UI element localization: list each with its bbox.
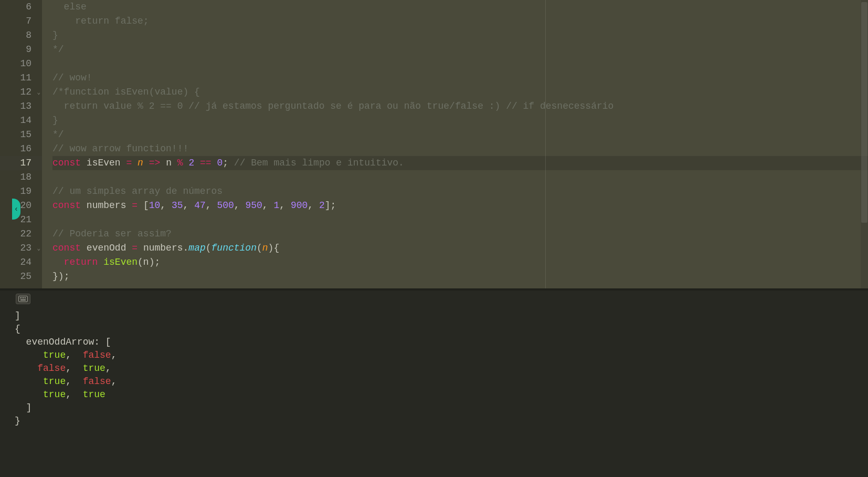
code-line[interactable]: const evenOdd = numbers.map(function(n){: [52, 241, 868, 255]
console-line: true, true: [15, 388, 868, 401]
code-line[interactable]: const numbers = [10, 35, 47, 500, 950, 1…: [52, 199, 868, 213]
column-ruler: [545, 0, 546, 288]
console-output: ]{ evenOddArrow: [ true, false, false, t…: [0, 308, 868, 428]
code-line[interactable]: // wow arrow function!!!: [52, 142, 868, 156]
keyboard-icon[interactable]: [16, 294, 30, 304]
line-number[interactable]: 22: [0, 227, 42, 241]
code-line[interactable]: });: [52, 269, 868, 284]
svg-rect-0: [19, 296, 28, 302]
line-number[interactable]: 10: [0, 57, 42, 71]
line-number[interactable]: 11: [0, 71, 42, 85]
line-number[interactable]: 17: [0, 156, 42, 170]
line-number[interactable]: 25: [0, 269, 42, 284]
console-line: }: [15, 414, 868, 428]
line-number[interactable]: 21: [0, 213, 42, 227]
code-line[interactable]: // um simples array de números: [52, 184, 868, 199]
line-number[interactable]: 6: [0, 0, 42, 14]
console-toolbar: [0, 294, 868, 308]
svg-rect-3: [23, 297, 24, 298]
line-number[interactable]: 20: [0, 199, 42, 213]
line-number[interactable]: 18: [0, 170, 42, 184]
line-number[interactable]: 15: [0, 128, 42, 142]
code-line[interactable]: */: [52, 43, 868, 57]
fold-toggle-icon[interactable]: ⌄: [37, 85, 40, 99]
chevron-left-icon: ‹: [14, 205, 18, 213]
console-line: {: [15, 323, 868, 336]
code-line[interactable]: // Poderia ser assim?: [52, 227, 868, 241]
code-line[interactable]: }: [52, 28, 868, 43]
line-number-gutter[interactable]: 6789101112⌄1314151617181920212223⌄2425: [0, 0, 42, 288]
code-line[interactable]: else: [52, 0, 868, 14]
code-line[interactable]: return false;: [52, 14, 868, 28]
line-number[interactable]: 8: [0, 28, 42, 43]
console-line: true, false,: [15, 349, 868, 362]
console-line: ]: [15, 309, 868, 323]
code-editor-pane[interactable]: 6789101112⌄1314151617181920212223⌄2425 e…: [0, 0, 868, 288]
fold-toggle-icon[interactable]: ⌄: [37, 241, 40, 255]
line-number[interactable]: 23⌄: [0, 241, 42, 255]
line-number[interactable]: 16: [0, 142, 42, 156]
code-line[interactable]: */: [52, 128, 868, 142]
line-number[interactable]: 9: [0, 43, 42, 57]
code-content[interactable]: else return false; } */ // wow! /*functi…: [42, 0, 868, 288]
code-line[interactable]: [52, 57, 868, 71]
code-line-current[interactable]: const isEven = n => n % 2 == 0; // Bem m…: [52, 156, 868, 170]
code-line[interactable]: }: [52, 113, 868, 128]
code-line[interactable]: [52, 213, 868, 227]
code-line[interactable]: [52, 170, 868, 184]
line-number[interactable]: 14: [0, 113, 42, 128]
code-line[interactable]: /*function isEven(value) {: [52, 85, 868, 99]
svg-rect-1: [20, 297, 21, 298]
line-number[interactable]: 13: [0, 99, 42, 113]
code-line[interactable]: // wow!: [52, 71, 868, 85]
console-line: true, false,: [15, 375, 868, 388]
code-line[interactable]: return isEven(n);: [52, 255, 868, 269]
console-line: evenOddArrow: [: [15, 336, 868, 349]
svg-rect-2: [22, 297, 23, 298]
line-number[interactable]: 12⌄: [0, 85, 42, 99]
editor-container: 6789101112⌄1314151617181920212223⌄2425 e…: [0, 0, 868, 477]
editor-scrollbar[interactable]: [861, 0, 868, 288]
line-number[interactable]: 24: [0, 255, 42, 269]
editor-scrollbar-thumb[interactable]: [861, 2, 867, 223]
console-line: false, true,: [15, 362, 868, 375]
svg-rect-4: [25, 297, 26, 298]
line-number[interactable]: 7: [0, 14, 42, 28]
console-output-pane[interactable]: ]{ evenOddArrow: [ true, false, false, t…: [0, 291, 868, 477]
console-line: ]: [15, 401, 868, 414]
svg-rect-5: [20, 299, 26, 300]
line-number[interactable]: 19: [0, 184, 42, 199]
code-line[interactable]: return value % 2 == 0 // já estamos perg…: [52, 99, 868, 113]
